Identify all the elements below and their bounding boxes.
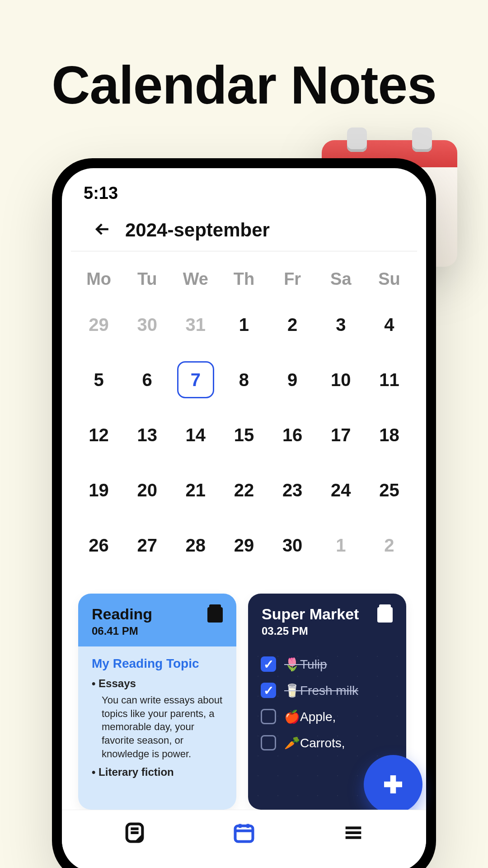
calendar-icon — [232, 821, 256, 844]
day-cell[interactable]: 6 — [123, 364, 171, 396]
day-cell[interactable]: 11 — [365, 364, 413, 396]
day-cell[interactable]: 29 — [220, 529, 268, 561]
day-cell[interactable]: 22 — [220, 474, 268, 506]
list-item: Essays — [92, 677, 223, 690]
note-title: Super Market — [262, 605, 359, 623]
day-cell[interactable]: 5 — [75, 364, 123, 396]
day-cell[interactable]: 2 — [365, 529, 413, 561]
day-cell[interactable]: 27 — [123, 529, 171, 561]
checklist-label: 🥕Carrots, — [284, 736, 345, 750]
day-cell[interactable]: 25 — [365, 474, 413, 506]
note-body-heading: My Reading Topic — [92, 656, 223, 671]
day-cell[interactable]: 31 — [171, 309, 220, 340]
calendar-icon — [207, 607, 223, 623]
weekday-label: Mo — [75, 269, 123, 289]
svg-rect-1 — [235, 826, 253, 842]
checkbox-icon[interactable] — [261, 735, 276, 750]
back-arrow-icon[interactable] — [93, 219, 113, 241]
day-cell[interactable]: 13 — [123, 419, 171, 451]
day-cell[interactable]: 30 — [123, 309, 171, 340]
checklist-label: 🥛Fresh milk — [284, 683, 358, 698]
day-cell[interactable]: 10 — [317, 364, 365, 396]
note-card-reading[interactable]: Reading 06.41 PM My Reading Topic Essays… — [78, 594, 236, 810]
checklist-label: 🌷Tulip — [284, 657, 327, 672]
weekday-label: Th — [220, 269, 268, 289]
checklist-item[interactable]: 🍎Apple, — [261, 703, 394, 730]
day-cell[interactable]: 2 — [268, 309, 317, 340]
list-item-desc: You can write essays about topics like y… — [92, 693, 223, 760]
day-cell[interactable]: 1 — [220, 309, 268, 340]
note-icon — [123, 821, 146, 844]
day-cell[interactable]: 24 — [317, 474, 365, 506]
weekday-label: Sa — [317, 269, 365, 289]
status-bar: 5:13 — [62, 168, 426, 207]
day-cell[interactable]: 21 — [171, 474, 220, 506]
status-time: 5:13 — [84, 184, 118, 203]
list-item: Literary fiction — [92, 766, 223, 778]
checklist-item[interactable]: ✓🥛Fresh milk — [261, 677, 394, 703]
day-cell[interactable]: 7 — [171, 364, 220, 396]
month-label[interactable]: 2024-september — [125, 219, 270, 241]
day-cell[interactable]: 9 — [268, 364, 317, 396]
header: 2024-september — [71, 207, 417, 251]
phone-frame: 5:13 2024-september MoTuWeThFrSaSu 29303… — [52, 158, 436, 868]
promo-title: Calendar Notes — [0, 0, 488, 116]
day-cell[interactable]: 3 — [317, 309, 365, 340]
weekday-label: We — [171, 269, 220, 289]
day-cell[interactable]: 30 — [268, 529, 317, 561]
day-cell[interactable]: 23 — [268, 474, 317, 506]
plus-icon — [380, 771, 407, 798]
menu-icon — [342, 821, 365, 844]
checklist-item[interactable]: 🥕Carrots, — [261, 730, 394, 756]
day-cell[interactable]: 20 — [123, 474, 171, 506]
note-time: 03.25 PM — [262, 625, 359, 637]
day-cell[interactable]: 16 — [268, 419, 317, 451]
calendar-icon — [377, 607, 393, 623]
note-time: 06.41 PM — [92, 625, 152, 637]
day-cell[interactable]: 4 — [365, 309, 413, 340]
day-cell[interactable]: 19 — [75, 474, 123, 506]
day-cell[interactable]: 28 — [171, 529, 220, 561]
day-cell[interactable]: 29 — [75, 309, 123, 340]
add-note-button[interactable] — [364, 755, 422, 814]
day-cell[interactable]: 17 — [317, 419, 365, 451]
bottom-nav — [62, 810, 426, 868]
day-cell[interactable]: 12 — [75, 419, 123, 451]
checklist-label: 🍎Apple, — [284, 709, 336, 724]
day-cell[interactable]: 14 — [171, 419, 220, 451]
day-cell[interactable]: 18 — [365, 419, 413, 451]
checklist-item[interactable]: ✓🌷Tulip — [261, 651, 394, 677]
day-cell[interactable]: 8 — [220, 364, 268, 396]
weekday-label: Tu — [123, 269, 171, 289]
day-cell[interactable]: 1 — [317, 529, 365, 561]
nav-menu[interactable] — [342, 821, 365, 846]
weekday-label: Su — [365, 269, 413, 289]
nav-notes[interactable] — [123, 821, 146, 846]
day-cell[interactable]: 15 — [220, 419, 268, 451]
nav-calendar[interactable] — [232, 821, 256, 846]
checkbox-icon[interactable]: ✓ — [261, 683, 276, 698]
weekday-label: Fr — [268, 269, 317, 289]
checkbox-icon[interactable]: ✓ — [261, 656, 276, 672]
checkbox-icon[interactable] — [261, 709, 276, 724]
day-cell[interactable]: 26 — [75, 529, 123, 561]
calendar-grid: MoTuWeThFrSaSu 2930311234567891011121314… — [62, 251, 426, 589]
note-title: Reading — [92, 605, 152, 623]
